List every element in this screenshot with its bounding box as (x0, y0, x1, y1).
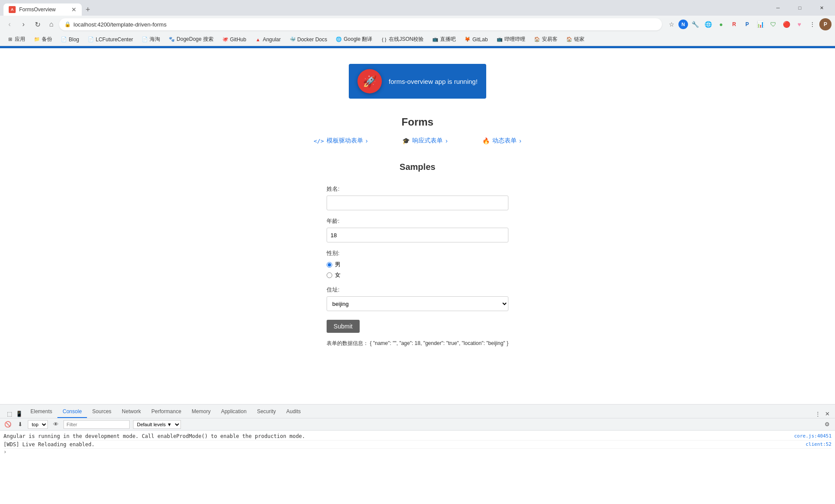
devtools-tab-elements[interactable]: Elements (25, 406, 57, 418)
age-field-group: 年龄: (327, 217, 508, 242)
active-tab[interactable]: A FormsOverview ✕ (3, 3, 82, 16)
close-button[interactable]: ✕ (812, 2, 832, 14)
tab-close-button[interactable]: ✕ (71, 6, 77, 13)
gender-female-radio[interactable] (327, 272, 332, 278)
level-select[interactable]: Default levels ▼ (133, 420, 181, 429)
dynamic-forms-link[interactable]: 🔥 动态表单 › (482, 137, 521, 145)
age-input[interactable] (327, 228, 508, 242)
extension-icon-2[interactable]: 🔧 (689, 18, 701, 30)
json-icon: { } (381, 36, 387, 43)
filter-icon[interactable]: ⬇ (16, 420, 24, 429)
extension-icon-8[interactable]: 🛡 (767, 18, 779, 30)
form-container: 姓名: 年龄: 性别: 男 女 (318, 185, 517, 365)
gender-field-group: 性别: 男 女 (327, 249, 508, 279)
gender-male-radio[interactable] (327, 262, 332, 268)
extension-icon-10[interactable]: ♥ (793, 18, 805, 30)
bookmark-json[interactable]: { } 在线JSON校验 (377, 34, 427, 44)
reload-button[interactable]: ↻ (31, 18, 43, 30)
bookmark-apps[interactable]: ⊞ 应用 (3, 34, 29, 44)
extension-icon-7[interactable]: 📊 (754, 18, 766, 30)
app-notification-banner: 🚀 forms-overview app is running! (349, 64, 486, 99)
devtools-tab-security[interactable]: Security (252, 406, 281, 418)
bilibili-icon: 📺 (497, 36, 503, 43)
profile-button[interactable]: P (819, 18, 832, 30)
gender-male-option[interactable]: 男 (327, 261, 508, 269)
extension-icon-4[interactable]: ● (715, 18, 727, 30)
browser-content: 🚀 forms-overview app is running! Forms <… (0, 46, 835, 504)
url-bar[interactable]: 🔒 localhost:4200/template-driven-forms (59, 18, 662, 30)
bookmark-angular[interactable]: ▲ Angular (251, 35, 284, 44)
bookmark-docker-label: Docker Docs (297, 36, 327, 43)
devtools-close-icon[interactable]: ✕ (823, 409, 832, 418)
console-msg-2-link[interactable]: client:52 (805, 441, 832, 448)
bookmark-anyike[interactable]: 🏠 安易客 (531, 34, 561, 44)
template-icon: </> (314, 138, 324, 144)
gitlab-icon: 🦊 (464, 36, 471, 43)
address-bar: ‹ › ↻ ⌂ 🔒 localhost:4200/template-driven… (0, 16, 835, 33)
tab-favicon: A (9, 6, 16, 13)
devtools-tab-performance[interactable]: Performance (146, 406, 187, 418)
bookmarks-star-icon[interactable]: ☆ (665, 18, 678, 30)
devtools-tab-console[interactable]: Console (57, 406, 87, 418)
devtools-tab-sources[interactable]: Sources (87, 406, 117, 418)
bookmark-docker[interactable]: 🐳 Docker Docs (286, 35, 331, 44)
extension-icon-9[interactable]: 🔴 (780, 18, 792, 30)
new-tab-button[interactable]: + (82, 3, 94, 16)
clear-console-icon[interactable]: 🚫 (3, 420, 12, 429)
devtools-tab-network[interactable]: Network (117, 406, 146, 418)
bookmark-bilibili[interactable]: 📺 哔哩哔哩 (493, 34, 529, 44)
devtools-inspect-icon[interactable]: ⬚ (5, 409, 14, 418)
home-button[interactable]: ⌂ (45, 18, 57, 30)
devtools-device-icon[interactable]: 📱 (15, 409, 23, 418)
console-prompt[interactable]: › (3, 449, 832, 455)
bookmark-haitao[interactable]: 📄 海淘 (138, 34, 164, 44)
console-msg-1-link[interactable]: core.js:40451 (794, 433, 832, 439)
bookmark-lianjia[interactable]: 🏠 链家 (563, 34, 588, 44)
extension-icon-6[interactable]: P (741, 18, 753, 30)
bookmark-gitlab[interactable]: 🦊 GitLab (461, 35, 491, 44)
console-filter-input[interactable] (63, 420, 130, 429)
restore-button[interactable]: □ (790, 2, 810, 14)
bookmark-zhibo[interactable]: 📺 直播吧 (429, 34, 459, 44)
zhibo-icon: 📺 (432, 36, 438, 43)
extension-icon-1[interactable]: N (678, 20, 688, 29)
devtools-more-icon[interactable]: ⋮ (813, 409, 822, 418)
context-selector: top (28, 420, 48, 429)
address-label: 住址: (327, 286, 508, 294)
bookmark-lcfuturecenter[interactable]: 📄 LCFutureCenter (84, 35, 137, 44)
devtools-tab-application[interactable]: Application (216, 406, 252, 418)
bookmark-doge[interactable]: 🐾 DogeDoge 搜索 (165, 34, 217, 44)
minimize-button[interactable]: ─ (768, 2, 788, 14)
menu-button[interactable]: ⋮ (806, 18, 818, 30)
cursor-icon: › (3, 449, 7, 455)
template-chevron: › (366, 137, 368, 144)
devtools-tab-audits[interactable]: Audits (281, 406, 306, 418)
secure-icon: 🔒 (64, 21, 71, 27)
extension-icon-5[interactable]: R (728, 18, 740, 30)
eye-icon[interactable]: 👁 (51, 420, 60, 429)
console-settings-icon[interactable]: ⚙ (823, 420, 832, 429)
bookmark-backup[interactable]: 📁 备份 (30, 34, 56, 44)
bookmark-blog[interactable]: 📄 Blog (57, 35, 83, 44)
lianjia-icon: 🏠 (566, 36, 572, 43)
reactive-chevron: › (445, 137, 448, 144)
submit-button[interactable]: Submit (327, 320, 360, 333)
forward-button[interactable]: › (17, 18, 30, 30)
gender-female-option[interactable]: 女 (327, 271, 508, 279)
back-button[interactable]: ‹ (3, 18, 16, 30)
reactive-forms-link[interactable]: 🎓 响应式表单 › (402, 137, 448, 145)
template-driven-link[interactable]: </> 模板驱动表单 › (314, 137, 367, 145)
bookmark-haitao-label: 海淘 (150, 36, 160, 43)
lc-icon: 📄 (88, 36, 94, 43)
extension-icon-3[interactable]: 🌐 (702, 18, 714, 30)
url-text: localhost:4200/template-driven-forms (73, 21, 167, 28)
doge-icon: 🐾 (169, 36, 175, 43)
bookmark-translate[interactable]: 🌐 Google 翻译 (332, 34, 376, 44)
address-select[interactable]: beijing shanghai guangzhou shenzhen (327, 296, 508, 311)
devtools-tab-memory[interactable]: Memory (187, 406, 216, 418)
name-input[interactable] (327, 196, 508, 210)
nav-links: </> 模板驱动表单 › 🎓 响应式表单 › 🔥 动态表单 › (0, 137, 835, 145)
bookmark-github[interactable]: 🐙 GitHub (219, 35, 250, 44)
age-label: 年龄: (327, 217, 508, 225)
context-select[interactable]: top (28, 420, 48, 429)
